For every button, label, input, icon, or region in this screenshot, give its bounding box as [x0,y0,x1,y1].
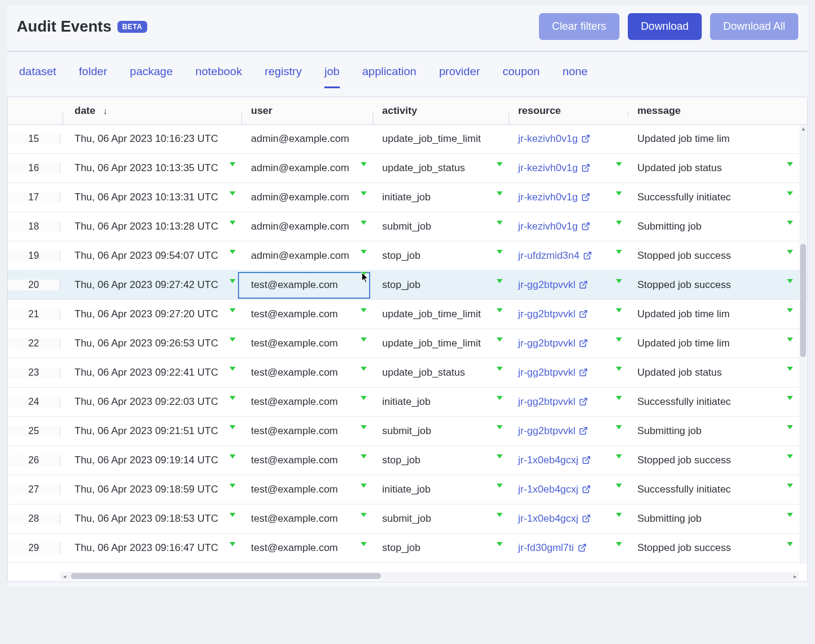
tab-job[interactable]: job [324,65,339,88]
table-row[interactable]: 25Thu, 06 Apr 2023 09:21:51 UTCtest@exam… [8,417,807,446]
cell-user-wrap[interactable]: admin@example.com [239,221,370,233]
cell-activity-wrap[interactable]: update_job_status [370,162,506,174]
cell-resource-wrap[interactable]: jr-1x0eb4gcxj [506,484,625,496]
cell-activity-wrap[interactable]: initiate_job [370,191,506,203]
resource-link[interactable]: jr-kezivh0v1g [518,133,578,144]
horizontal-scroll-track[interactable] [69,573,791,579]
external-link-icon[interactable] [581,191,590,203]
column-header-resource[interactable]: resource [506,105,625,117]
filter-marker-icon[interactable] [361,162,367,166]
filter-marker-icon[interactable] [361,425,367,429]
filter-marker-icon[interactable] [616,425,622,429]
filter-marker-icon[interactable] [230,454,235,459]
filter-marker-icon[interactable] [230,279,235,283]
filter-marker-icon[interactable] [616,191,622,196]
external-link-icon[interactable] [579,396,588,408]
cell-resource-wrap[interactable]: jr-kezivh0v1g [506,221,625,233]
filter-marker-icon[interactable] [230,191,235,196]
cell-user-wrap[interactable]: test@example.com [239,308,370,320]
cell-resource-wrap[interactable]: jr-gg2btpvvkl [506,396,625,408]
filter-marker-icon[interactable] [497,425,503,429]
external-link-icon[interactable] [579,308,588,320]
scroll-right-icon[interactable]: ▸ [791,573,799,580]
filter-marker-icon[interactable] [616,162,622,166]
filter-marker-icon[interactable] [361,367,367,371]
filter-marker-icon[interactable] [497,454,503,459]
cell-user-wrap[interactable]: test@example.com [239,272,370,299]
resource-link[interactable]: jr-gg2btpvvkl [518,396,575,407]
table-row[interactable]: 16Thu, 06 Apr 2023 10:13:35 UTCadmin@exa… [8,154,807,183]
tab-folder[interactable]: folder [79,65,107,88]
table-row[interactable]: 21Thu, 06 Apr 2023 09:27:20 UTCtest@exam… [8,300,807,329]
cell-message-wrap[interactable]: Updated job status [625,162,807,174]
cell-date-wrap[interactable]: Thu, 06 Apr 2023 10:13:35 UTC [60,162,239,174]
cell-user-wrap[interactable]: test@example.com [239,367,370,379]
table-row[interactable]: 23Thu, 06 Apr 2023 09:22:41 UTCtest@exam… [8,358,807,388]
table-row[interactable]: 24Thu, 06 Apr 2023 09:22:03 UTCtest@exam… [8,388,807,417]
filter-marker-icon[interactable] [361,338,367,342]
cell-message-wrap[interactable]: Successfully initiatec [625,484,807,496]
filter-marker-icon[interactable] [787,454,793,459]
filter-marker-icon[interactable] [497,221,503,225]
download-button[interactable]: Download [628,13,702,40]
cell-user-wrap[interactable]: admin@example.com [239,133,370,145]
filter-marker-icon[interactable] [497,191,503,196]
cell-message-wrap[interactable]: Successfully initiatec [625,396,807,408]
resource-link[interactable]: jr-gg2btpvvkl [518,338,575,349]
column-header-activity[interactable]: activity [370,105,506,117]
filter-marker-icon[interactable] [616,250,622,254]
filter-marker-icon[interactable] [787,191,793,196]
cell-date-wrap[interactable]: Thu, 06 Apr 2023 09:54:07 UTC [60,250,239,262]
filter-marker-icon[interactable] [230,338,235,342]
filter-marker-icon[interactable] [361,396,367,400]
tab-dataset[interactable]: dataset [19,65,56,88]
filter-marker-icon[interactable] [787,162,793,166]
table-row[interactable]: 19Thu, 06 Apr 2023 09:54:07 UTCadmin@exa… [8,242,807,271]
horizontal-scrollbar[interactable]: ◂ ▸ [60,572,799,580]
cell-resource-wrap[interactable]: jr-1x0eb4gcxj [506,454,625,466]
resource-link[interactable]: jr-fd30gml7ti [518,542,574,553]
filter-marker-icon[interactable] [787,542,793,546]
resource-link[interactable]: jr-1x0eb4gcxj [518,454,578,466]
cell-resource-wrap[interactable]: jr-kezivh0v1g [506,191,625,203]
cell-user-wrap[interactable]: admin@example.com [239,191,370,203]
filter-marker-icon[interactable] [230,367,235,371]
tab-none[interactable]: none [562,65,587,88]
resource-link[interactable]: jr-gg2btpvvkl [518,279,575,290]
resource-link[interactable]: jr-gg2btpvvkl [518,367,575,378]
resource-link[interactable]: jr-kezivh0v1g [518,221,578,232]
filter-marker-icon[interactable] [497,338,503,342]
vertical-scroll-thumb[interactable] [800,244,806,357]
cell-message-wrap[interactable]: Stopped job success [625,279,807,291]
filter-marker-icon[interactable] [230,542,235,546]
external-link-icon[interactable] [581,162,590,174]
external-link-icon[interactable] [579,338,588,349]
filter-marker-icon[interactable] [497,250,503,254]
vertical-scrollbar[interactable]: ▴ [799,125,807,564]
cell-user-wrap[interactable]: test@example.com [239,513,370,525]
resource-link[interactable]: jr-1x0eb4gcxj [518,484,578,495]
cell-activity-wrap[interactable]: update_job_time_limit [370,338,506,349]
cell-resource-wrap[interactable]: jr-gg2btpvvkl [506,367,625,379]
tab-package[interactable]: package [130,65,173,88]
filter-marker-icon[interactable] [616,338,622,342]
filter-marker-icon[interactable] [616,513,622,517]
cell-activity-wrap[interactable]: update_job_status [370,367,506,379]
filter-marker-icon[interactable] [616,367,622,371]
cell-message-wrap[interactable]: Successfully initiatec [625,191,807,203]
clear-filters-button[interactable]: Clear filters [539,13,619,40]
filter-marker-icon[interactable] [361,191,367,196]
cell-date-wrap[interactable]: Thu, 06 Apr 2023 09:16:47 UTC [60,542,239,554]
cell-activity-wrap[interactable]: submit_job [370,221,506,233]
cell-activity-wrap[interactable]: initiate_job [370,484,506,496]
cell-date-wrap[interactable]: Thu, 06 Apr 2023 10:16:23 UTC [60,133,239,145]
filter-marker-icon[interactable] [787,308,793,312]
external-link-icon[interactable] [582,513,591,525]
cell-date-wrap[interactable]: Thu, 06 Apr 2023 09:18:53 UTC [60,513,239,525]
cell-resource-wrap[interactable]: jr-gg2btpvvkl [506,308,625,320]
filter-marker-icon[interactable] [787,221,793,225]
external-link-icon[interactable] [579,279,588,291]
cell-date-wrap[interactable]: Thu, 06 Apr 2023 09:22:41 UTC [60,367,239,379]
cell-resource-wrap[interactable]: jr-fd30gml7ti [506,542,625,554]
cell-date-wrap[interactable]: Thu, 06 Apr 2023 10:13:31 UTC [60,191,239,203]
